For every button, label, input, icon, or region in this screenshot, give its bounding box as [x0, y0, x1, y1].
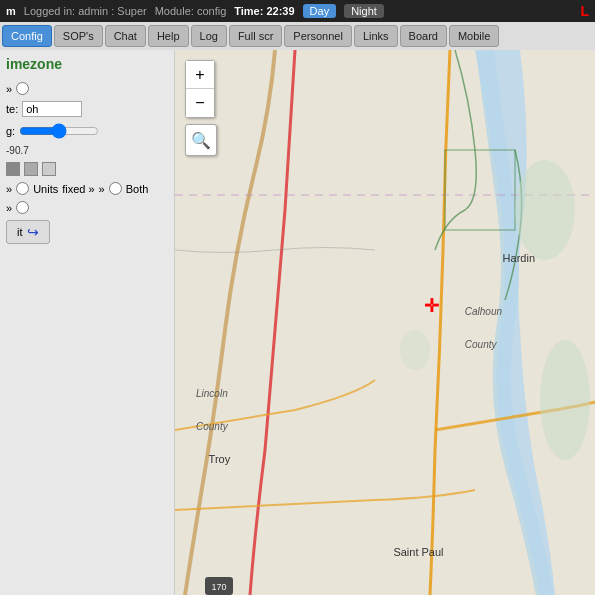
lag-value-display: -90.7 [6, 145, 29, 156]
submit-button[interactable]: it ↪ [6, 220, 50, 244]
logged-in-label: Logged in: admin : Super [24, 5, 147, 17]
color-box-2 [24, 162, 38, 176]
row1-radio[interactable] [16, 82, 29, 95]
row2-radio[interactable] [16, 201, 29, 214]
nav-board[interactable]: Board [400, 25, 447, 47]
day-button[interactable]: Day [303, 4, 337, 18]
search-icon: 🔍 [191, 131, 211, 150]
nav-chat[interactable]: Chat [105, 25, 146, 47]
svg-text:170: 170 [211, 582, 226, 592]
both-label: Both [126, 183, 149, 195]
nav-bar: Config SOP's Chat Help Log Full scr Pers… [0, 22, 595, 50]
zoom-out-button[interactable]: − [186, 89, 214, 117]
app-name-label: m [6, 5, 16, 17]
svg-point-5 [400, 330, 430, 370]
row1-label: » [6, 83, 12, 95]
map-background: 170 [175, 50, 595, 595]
sidebar: imezone » te: g: -90.7 » [0, 50, 175, 595]
module-label: Module: config [155, 5, 227, 17]
svg-point-4 [540, 340, 590, 460]
timezone-prefix: imezone [6, 56, 62, 72]
color-box-1 [6, 162, 20, 176]
sidebar-row-lag: g: [6, 123, 168, 139]
night-button[interactable]: Night [344, 4, 384, 18]
red-indicator: L [580, 3, 589, 19]
sidebar-colors-row [6, 162, 168, 176]
nav-mobile[interactable]: Mobile [449, 25, 499, 47]
units-radio[interactable] [16, 182, 29, 195]
time-label: Time: 22:39 [234, 5, 294, 17]
lag-label: g: [6, 125, 15, 137]
main-layout: imezone » te: g: -90.7 » [0, 50, 595, 595]
sidebar-row-state: te: [6, 101, 168, 117]
nav-help[interactable]: Help [148, 25, 189, 47]
map-area: 170 Hardin Calhoun County Lincoln County… [175, 50, 595, 595]
units-fixed-label: fixed » [62, 183, 94, 195]
map-search-button[interactable]: 🔍 [185, 124, 217, 156]
svg-point-3 [515, 160, 575, 260]
lag-slider[interactable] [19, 123, 99, 139]
color-box-3 [42, 162, 56, 176]
nav-personnel[interactable]: Personnel [284, 25, 352, 47]
nav-config[interactable]: Config [2, 25, 52, 47]
both-radio[interactable] [109, 182, 122, 195]
map-zoom-control: + − [185, 60, 215, 118]
nav-links[interactable]: Links [354, 25, 398, 47]
units-label-prefix: » [6, 183, 12, 195]
state-label: te: [6, 103, 18, 115]
state-input[interactable] [22, 101, 82, 117]
nav-sops[interactable]: SOP's [54, 25, 103, 47]
sidebar-title: imezone [6, 56, 168, 72]
submit-arrow-icon: ↪ [27, 224, 39, 240]
top-bar: m Logged in: admin : Super Module: confi… [0, 0, 595, 22]
sidebar-row-2: » [6, 201, 168, 214]
units-label: Units [33, 183, 58, 195]
nav-log[interactable]: Log [191, 25, 227, 47]
zoom-in-button[interactable]: + [186, 61, 214, 89]
sidebar-lag-value-row: -90.7 [6, 145, 168, 156]
sidebar-row-1: » [6, 82, 168, 95]
submit-label: it [17, 226, 23, 238]
sidebar-units-row: » Units fixed » » Both [6, 182, 168, 195]
units-fixed-spacer: » [99, 183, 105, 195]
nav-fullscr[interactable]: Full scr [229, 25, 282, 47]
row2-label: » [6, 202, 12, 214]
